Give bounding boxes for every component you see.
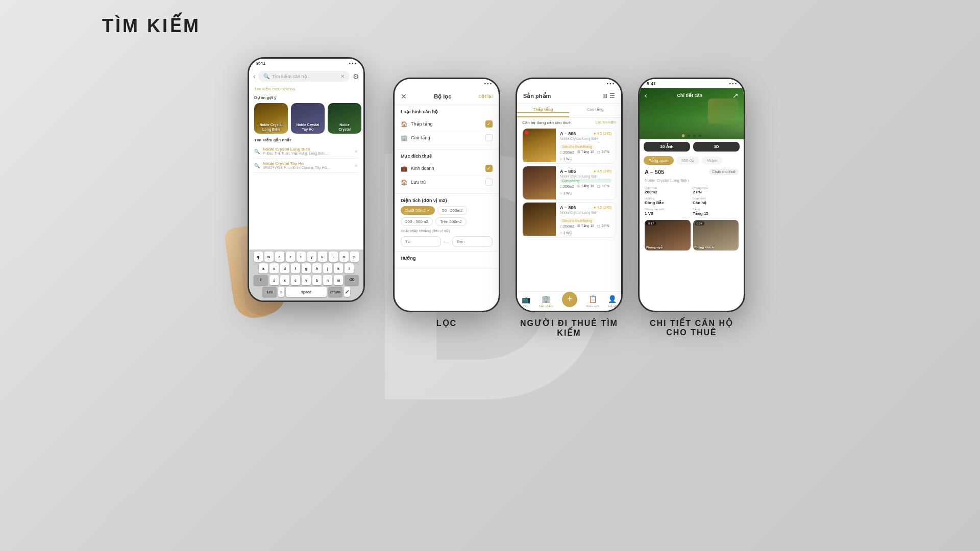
phone4-share-btn[interactable]: ↗ bbox=[732, 91, 739, 99]
key-t[interactable]: t bbox=[297, 252, 306, 262]
key-123[interactable]: 123 bbox=[262, 287, 277, 297]
key-z[interactable]: z bbox=[270, 275, 279, 285]
key-space[interactable]: space bbox=[286, 287, 327, 297]
key-l[interactable]: l bbox=[345, 263, 354, 273]
filter-close-btn[interactable]: ✕ bbox=[401, 92, 407, 101]
product-1-specs: □ 200m2 ⊞ Tầng 18 ◻ 3 PN ○ 1 WC bbox=[560, 150, 611, 161]
product-1-code: A – 806 bbox=[560, 131, 576, 136]
nav-profile[interactable]: 👤 Hồ sơ bbox=[608, 295, 617, 308]
key-r[interactable]: r bbox=[286, 252, 295, 262]
product-card-2[interactable]: A – 806 ★ 4,5 (245) Noble Crystal Long B… bbox=[522, 166, 616, 200]
phone3-tab-thap-tang[interactable]: Thấp tầng bbox=[517, 104, 569, 117]
product-3-area: □ 200m2 bbox=[560, 224, 574, 228]
phone1-search-text: Tìm kiếm căn hộ... bbox=[272, 74, 338, 79]
key-u[interactable]: u bbox=[318, 252, 327, 262]
area-from-input[interactable]: Từ bbox=[401, 236, 441, 247]
phone2-type-cao-tang[interactable]: 🏢 Cao tầng bbox=[401, 131, 493, 145]
area-tag-50-200[interactable]: 50 - 200m2 bbox=[437, 206, 467, 215]
phone3-grid-icon[interactable]: ⊞ bbox=[602, 92, 607, 99]
nav-transaction[interactable]: 📋 Giao dịch bbox=[586, 295, 599, 308]
project-card-3[interactable]: NobleCrystal bbox=[328, 103, 361, 134]
phone2-apt-type-section: Loại hình căn hộ 🏠 Thấp tầng ✓ 🏢 bbox=[395, 105, 499, 149]
key-x[interactable]: x bbox=[280, 275, 289, 285]
nav-product[interactable]: 🏢 Sản phẩm bbox=[539, 295, 554, 308]
key-h[interactable]: h bbox=[312, 263, 322, 273]
area-tag-under50[interactable]: Dưới 50m2 ✓ bbox=[401, 206, 435, 215]
key-a[interactable]: a bbox=[259, 263, 268, 273]
phone4-back-btn[interactable]: ‹ bbox=[645, 91, 647, 99]
product-2-wc: ○ 1 WC bbox=[560, 191, 572, 195]
phone4-tab-overview[interactable]: Tổng quan bbox=[644, 156, 674, 165]
recent-item-2[interactable]: 🔍 Noble Crystal Tay Ho 3RM2+VW4, Khu đô … bbox=[254, 159, 358, 173]
key-p[interactable]: p bbox=[350, 252, 359, 262]
phone3-icons: ▪ ▪ ▪ bbox=[606, 81, 614, 86]
phone3-filter-link[interactable]: Lọc tìm kiếm bbox=[596, 120, 616, 125]
phone2-purpose-luu-tru[interactable]: 🏠 Lưu trú bbox=[401, 176, 493, 189]
key-w[interactable]: w bbox=[264, 252, 274, 262]
nav-plus-btn[interactable]: + bbox=[562, 292, 577, 307]
area-tag-200-500[interactable]: 200 - 500m2 bbox=[401, 217, 433, 226]
product-card-3[interactable]: A – 806 ★ 4,5 (245) Noble Crystal Long B… bbox=[522, 202, 616, 238]
clear-icon[interactable]: ✕ bbox=[340, 73, 345, 79]
key-o[interactable]: o bbox=[339, 252, 349, 262]
key-emoji[interactable]: ☺ bbox=[278, 287, 284, 297]
phone4-photo-living[interactable]: 0:24 Phòng khách bbox=[693, 220, 739, 251]
project-card-1[interactable]: Noble CrystalLong Biên bbox=[254, 103, 288, 134]
phone4-tab-360[interactable]: 360 độ bbox=[676, 156, 699, 165]
recent-item-1[interactable]: 🔍 Noble Crystal Long Biên P. Đào Thế Tuâ… bbox=[254, 144, 358, 159]
luu-tru-checkbox[interactable] bbox=[485, 179, 493, 186]
phone4-spec-floor-value: Tầng 15 bbox=[693, 211, 739, 216]
phone1-filter-icon[interactable]: ⚙ bbox=[353, 72, 359, 81]
key-q[interactable]: q bbox=[254, 252, 263, 262]
area-tag-over500[interactable]: Trên 500m2 bbox=[435, 217, 467, 226]
phone4-photos-btn[interactable]: 20 Ảnh bbox=[644, 142, 690, 152]
key-i[interactable]: i bbox=[329, 252, 338, 262]
phone4-3d-btn[interactable]: 3D bbox=[693, 142, 740, 152]
filter-reset-btn[interactable]: Đặt lại bbox=[479, 94, 493, 99]
recent-item-2-close[interactable]: ✕ bbox=[354, 163, 358, 168]
key-c[interactable]: c bbox=[291, 275, 300, 285]
product-card-1[interactable]: A – 806 ★ 4,5 (245) Noble Crystal Long B… bbox=[522, 128, 616, 164]
phone1-recent-hint: Tìm kiếm theo từ khóa bbox=[249, 85, 363, 93]
phone2-area-inputs: Từ — Đến bbox=[401, 236, 493, 247]
key-y[interactable]: y bbox=[307, 252, 316, 262]
phone3-list-icon[interactable]: ☰ bbox=[609, 92, 615, 99]
key-j[interactable]: j bbox=[323, 263, 332, 273]
key-n[interactable]: n bbox=[323, 275, 332, 285]
product-2-available: Còn phòng bbox=[560, 179, 611, 183]
phone1-search-input-box[interactable]: 🔍 Tìm kiếm căn hộ... ✕ bbox=[258, 71, 350, 82]
key-return[interactable]: return bbox=[328, 287, 342, 297]
nav-tvc[interactable]: 📺 TVC bbox=[522, 295, 530, 308]
key-v[interactable]: v bbox=[302, 275, 311, 285]
key-g[interactable]: g bbox=[302, 263, 311, 273]
phone2-type-thap-tang[interactable]: 🏠 Thấp tầng ✓ bbox=[401, 117, 493, 131]
cao-tang-checkbox[interactable] bbox=[485, 134, 493, 141]
key-b[interactable]: b bbox=[312, 275, 322, 285]
cao-tang-label: Cao tầng bbox=[411, 135, 430, 140]
phone1-back-icon[interactable]: ‹ bbox=[253, 73, 255, 80]
phone3-bottom-nav: 📺 TVC 🏢 Sản phẩm + 📋 Giao dịch 👤 Hồ bbox=[517, 291, 621, 311]
key-shift[interactable]: ⇧ bbox=[254, 275, 268, 285]
top-title-area: TÌM KIẾM bbox=[0, 0, 980, 37]
key-d[interactable]: d bbox=[280, 263, 289, 273]
phone3-tab-cao-tang[interactable]: Cao tầng bbox=[569, 104, 621, 117]
key-k[interactable]: k bbox=[334, 263, 343, 273]
phone4-spec-type: Loại hình Căn hộ bbox=[693, 196, 739, 205]
key-e[interactable]: e bbox=[275, 252, 284, 262]
key-mic[interactable]: 🎤 bbox=[344, 287, 350, 297]
project-card-2[interactable]: Noble CrystalTay Ho bbox=[291, 103, 325, 134]
phone2-purpose-kinh-doanh[interactable]: 💼 Kinh doanh ✓ bbox=[401, 162, 493, 176]
phone4-photo-bedroom[interactable]: 0:17 Phòng ngủ bbox=[645, 220, 691, 251]
phone4-tab-video[interactable]: Video bbox=[702, 156, 722, 165]
recent-item-1-close[interactable]: ✕ bbox=[354, 149, 358, 154]
keyboard-row-3: ⇧ z x c v b n m ⌫ bbox=[250, 275, 362, 285]
phone4-wrapper: 9:41 ▪ ▪ ▪ ‹ Chi tiết căn ↗ bbox=[638, 78, 745, 312]
key-backspace[interactable]: ⌫ bbox=[345, 275, 359, 285]
thap-tang-checkbox[interactable]: ✓ bbox=[485, 120, 493, 128]
key-s[interactable]: s bbox=[270, 263, 279, 273]
key-m[interactable]: m bbox=[334, 275, 343, 285]
phone1-search-bar[interactable]: ‹ 🔍 Tìm kiếm căn hộ... ✕ ⚙ bbox=[249, 68, 363, 85]
key-f[interactable]: f bbox=[291, 263, 300, 273]
area-to-input[interactable]: Đến bbox=[452, 236, 493, 247]
kinh-doanh-checkbox[interactable]: ✓ bbox=[485, 165, 493, 172]
